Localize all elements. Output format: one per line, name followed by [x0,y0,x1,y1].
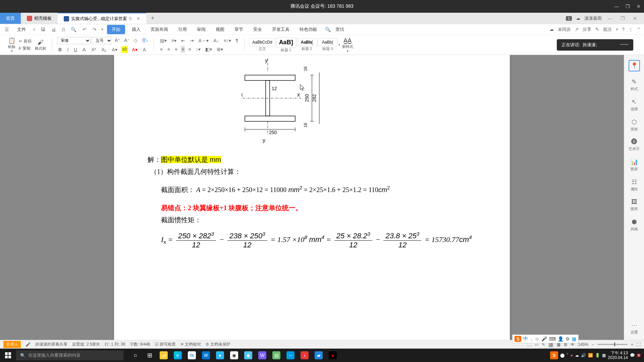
align-justify-icon[interactable]: ≡ [181,46,185,53]
menu-special[interactable]: 特色功能 [296,25,320,34]
style-heading3[interactable]: AaBb(标题 3 [318,38,338,51]
user-name[interactable]: 潇潇暮雨 [584,15,602,21]
tab-add[interactable]: + [146,15,159,22]
app-close-icon[interactable]: ✕ [631,16,639,21]
menu-page-layout[interactable]: 页面布局 [147,25,171,34]
style-heading2[interactable]: AaBb(标题 2 [297,38,317,51]
menu-review[interactable]: 审阅 [194,25,209,34]
side-settings[interactable]: ⋯设置 [631,321,638,335]
minimize-icon[interactable]: — [614,4,619,9]
side-chart[interactable]: 📊图表 [631,158,638,172]
font-family-select[interactable]: 宋体 [57,37,91,44]
undo-icon[interactable]: ↶ [81,26,88,33]
store-icon[interactable]: 🛍 [185,349,199,362]
mic-icon[interactable]: 🎤 [25,342,31,347]
cortana-icon[interactable]: ○ [129,349,142,362]
notification-badge[interactable]: 1 [566,16,572,21]
side-select[interactable]: ↖选择 [631,98,638,112]
side-shape[interactable]: ⬡形状 [631,118,638,132]
subscript-icon[interactable]: X₂ [100,46,108,53]
document-scroll[interactable]: y x x 12 [0,55,624,340]
shading-icon[interactable]: ◧▾ [204,46,213,53]
style-normal[interactable]: AaBbCcDd正文 [249,38,275,51]
tray-onedrive-icon[interactable]: ☁ [575,353,579,358]
superscript-icon[interactable]: X² [90,46,97,53]
highlight-icon[interactable]: ab [121,46,128,53]
tab-pin-icon[interactable]: ⎘ [129,16,132,21]
align-right-icon[interactable]: ≡ [173,46,179,53]
indent-inc-icon[interactable]: ⇥ [189,37,195,44]
cut-button[interactable]: ✂ 剪切 [19,39,32,44]
tray-security-icon[interactable]: ● [571,353,573,358]
side-theme[interactable]: ⬢风格 [631,218,638,232]
status-proofread[interactable]: ✕ 文档校对 [180,342,201,347]
tray-network-icon[interactable]: 📶 [588,353,593,358]
menu-view[interactable]: 视图 [212,25,228,34]
mail-icon[interactable]: ✉ [199,349,213,362]
tab-document[interactable]: 实腹式轴心受...稳定计算答案 ⎘ ✕ [58,13,146,24]
search-doc-icon[interactable]: 🔍 [69,26,78,33]
collapse-ribbon-icon[interactable]: ⌃ [637,27,641,32]
app-minimize-icon[interactable]: — [606,16,614,21]
sync-icon[interactable]: ☁ [549,27,554,32]
tray-volume-icon[interactable]: 🔊 [581,353,586,358]
teamviewer-icon[interactable]: ↔ [284,349,297,362]
annotate-icon[interactable]: ✎ [595,27,599,32]
side-marker[interactable]: 📍 [629,60,640,71]
new-style-button[interactable]: A̲A̲新样式▾ [341,36,355,53]
hamburger-icon[interactable]: ☰ [3,26,10,33]
indent-dec-icon[interactable]: ⇤ [180,37,186,44]
share-icon[interactable]: ↗ [575,27,579,32]
ime-toolbar[interactable]: S 中⸱,☺🎤⌨👤⚙▦ [512,335,579,343]
menu-file[interactable]: 文件 [14,25,29,34]
menu-security[interactable]: 安全 [250,25,265,34]
meeting-icon[interactable]: ▰ [312,349,325,362]
tray-sogou-icon[interactable]: S [550,351,558,359]
tab-close-icon[interactable]: ✕ [137,16,140,21]
record-icon[interactable]: ● [326,349,339,362]
side-property[interactable]: ☷属性 [631,178,638,192]
start-button[interactable] [0,349,16,362]
weather-icon[interactable]: ☁ [576,16,580,21]
status-protect[interactable]: ⊘ 文档未保护 [206,342,230,347]
zoom-slider[interactable] [597,344,628,345]
style-heading1[interactable]: AaB]标题 1 [276,37,296,53]
explorer-icon[interactable]: 📁 [157,349,170,362]
save-icon[interactable]: 🖫 [39,26,47,33]
excel-icon[interactable]: ▤ [270,349,283,362]
app-icon-2[interactable]: ◆ [241,349,255,362]
italic-icon[interactable]: I [66,46,70,53]
menu-reference[interactable]: 引用 [175,25,190,34]
menu-search-label[interactable]: 查找 [335,26,344,33]
bold-icon[interactable]: B [57,46,63,53]
border-icon[interactable]: ⊞▾ [215,46,224,53]
taskview-icon[interactable]: ⊞ [143,349,156,362]
align-center-icon[interactable]: ≡ [166,46,171,53]
tab-home[interactable]: 首页 [0,13,21,24]
side-style[interactable]: ✎样式 [631,78,638,92]
side-gallery[interactable]: 🖼图库 [631,198,638,212]
style-more-icon[interactable]: ▾ [338,43,340,47]
char-shading-icon[interactable]: A [142,46,147,53]
print-icon[interactable]: 🖨 [50,26,57,33]
decrease-font-icon[interactable]: A⁻ [123,37,131,44]
sort-icon[interactable]: A↓ [212,37,220,44]
show-marks-icon[interactable]: ¶ [234,37,240,44]
phonetic-icon[interactable]: 变▾ [140,37,149,44]
font-color-icon[interactable]: A▾ [130,46,139,53]
text-effect-icon[interactable]: A▾ [110,46,118,53]
menu-start[interactable]: 开始 [107,25,125,34]
edge-icon[interactable]: e [171,349,184,362]
app-icon-1[interactable]: ● [213,349,227,362]
tray-app-icon[interactable]: ⬤ [560,353,565,358]
tray-chevron-icon[interactable]: ˄ [567,353,569,358]
app-maximize-icon[interactable]: ❐ [619,16,627,21]
increase-font-icon[interactable]: A⁺ [113,37,121,44]
taskbar-search[interactable]: 🔍 在这里输入你要搜索的内容 [16,350,123,360]
preview-icon[interactable]: ⎙ [61,26,66,33]
distribute-icon[interactable]: ≡ [187,46,192,53]
zoom-in-icon[interactable]: + [631,342,633,347]
tab-templates[interactable]: 稻壳模板 [21,13,58,24]
format-painter-button[interactable]: 🖌格式刷 [34,38,47,52]
copy-button[interactable]: ⎘ 复制 [19,46,32,51]
